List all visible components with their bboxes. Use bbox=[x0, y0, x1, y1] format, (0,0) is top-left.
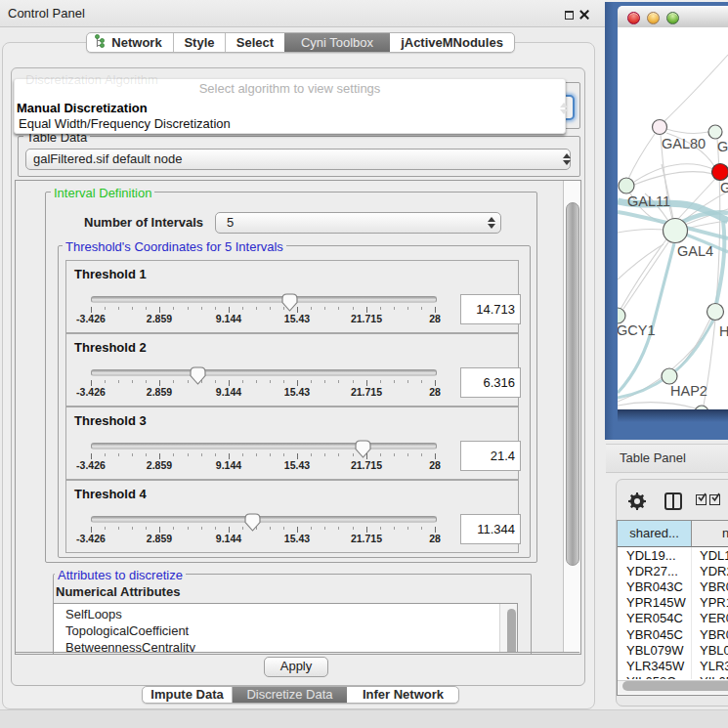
svg-text:HAP2: HAP2 bbox=[670, 383, 707, 399]
svg-text:GAL7: GAL7 bbox=[717, 139, 728, 154]
svg-text:GAL11: GAL11 bbox=[627, 193, 670, 209]
svg-text:GAL80: GAL80 bbox=[662, 136, 706, 151]
svg-text:GCY1: GCY1 bbox=[618, 322, 656, 338]
svg-text:GAL2: GAL2 bbox=[720, 180, 728, 195]
svg-text:HIS7: HIS7 bbox=[719, 323, 728, 339]
svg-text:GAL4: GAL4 bbox=[677, 243, 713, 259]
